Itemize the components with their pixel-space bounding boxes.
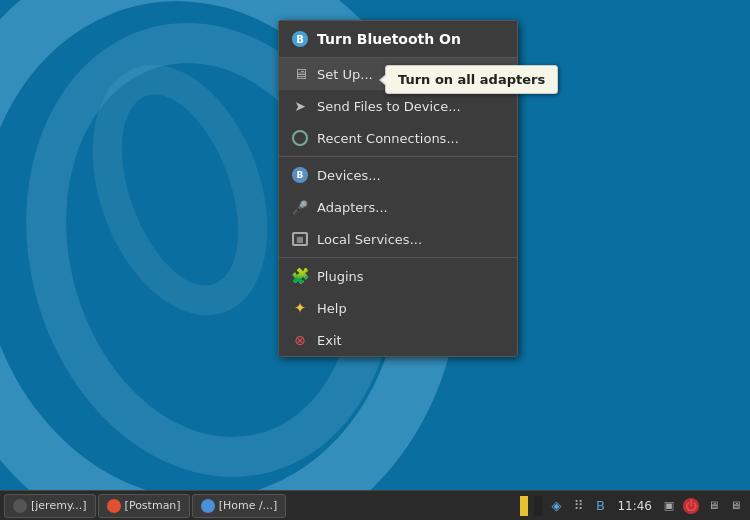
grid-tray-icon[interactable]: ⠿ bbox=[569, 497, 587, 515]
postman-icon bbox=[107, 499, 121, 513]
taskbar-apps: [jeremy...] [Postman] [Home /...] bbox=[0, 494, 519, 518]
taskbar-clock: 11:46 bbox=[613, 499, 656, 513]
send-files-icon: ➤ bbox=[291, 97, 309, 115]
menu-item-turn-bluetooth-on-label: Turn Bluetooth On bbox=[317, 31, 505, 47]
monitor2-tray-icon[interactable]: 🖥 bbox=[726, 497, 744, 515]
plugins-icon: 🧩 bbox=[291, 267, 309, 285]
taskbar-yellow-bar bbox=[520, 496, 528, 516]
exit-icon: ⊗ bbox=[291, 331, 309, 349]
menu-item-exit-label: Exit bbox=[317, 333, 505, 348]
taskbar-app-home-label: [Home /...] bbox=[219, 499, 278, 512]
desktop: B Turn Bluetooth On 🖥 Set Up... ➤ Send F… bbox=[0, 0, 750, 520]
taskbar-app-postman[interactable]: [Postman] bbox=[98, 494, 190, 518]
devices-icon: B bbox=[291, 166, 309, 184]
menu-item-help[interactable]: ✦ Help bbox=[279, 292, 517, 324]
monitor1-tray-icon[interactable]: 🖥 bbox=[704, 497, 722, 515]
menu-item-exit[interactable]: ⊗ Exit bbox=[279, 324, 517, 356]
recent-connections-icon bbox=[291, 129, 309, 147]
taskbar: [jeremy...] [Postman] [Home /...] ◈ ⠿ B … bbox=[0, 490, 750, 520]
setup-icon: 🖥 bbox=[291, 65, 309, 83]
menu-item-plugins[interactable]: 🧩 Plugins bbox=[279, 260, 517, 292]
menu-item-adapters[interactable]: 🎤 Adapters... bbox=[279, 191, 517, 223]
adapters-icon: 🎤 bbox=[291, 198, 309, 216]
taskbar-tray: ◈ ⠿ B 11:46 ▣ ⏻ 🖥 🖥 bbox=[519, 496, 750, 516]
help-icon: ✦ bbox=[291, 299, 309, 317]
menu-item-recent-connections-label: Recent Connections... bbox=[317, 131, 505, 146]
desktop-arc-decoration bbox=[60, 40, 299, 339]
power-tray-icon[interactable]: ⏻ bbox=[682, 497, 700, 515]
taskbar-app-home[interactable]: [Home /...] bbox=[192, 494, 287, 518]
tooltip-text: Turn on all adapters bbox=[398, 72, 545, 87]
menu-item-adapters-label: Adapters... bbox=[317, 200, 505, 215]
separator-1 bbox=[279, 156, 517, 157]
menu-item-local-services[interactable]: ▦ Local Services... bbox=[279, 223, 517, 255]
menu-item-plugins-label: Plugins bbox=[317, 269, 505, 284]
bluetooth-tray-icon[interactable]: B bbox=[591, 497, 609, 515]
menu-item-turn-bluetooth-on[interactable]: B Turn Bluetooth On bbox=[279, 21, 517, 58]
tooltip-turn-on-adapters: Turn on all adapters bbox=[385, 65, 558, 94]
taskbar-app-postman-label: [Postman] bbox=[125, 499, 181, 512]
dropbox-tray-icon[interactable]: ◈ bbox=[547, 497, 565, 515]
menu-item-send-files-label: Send Files to Device... bbox=[317, 99, 505, 114]
home-icon bbox=[201, 499, 215, 513]
menu-item-devices-label: Devices... bbox=[317, 168, 505, 183]
menu-item-send-files[interactable]: ➤ Send Files to Device... bbox=[279, 90, 517, 122]
taskbar-app-jeremy[interactable]: [jeremy...] bbox=[4, 494, 96, 518]
menu-item-local-services-label: Local Services... bbox=[317, 232, 505, 247]
jeremy-icon bbox=[13, 499, 27, 513]
local-services-icon: ▦ bbox=[291, 230, 309, 248]
menu-item-help-label: Help bbox=[317, 301, 505, 316]
network-tray-icon[interactable]: ▣ bbox=[660, 497, 678, 515]
separator-2 bbox=[279, 257, 517, 258]
taskbar-app-jeremy-label: [jeremy...] bbox=[31, 499, 87, 512]
bluetooth-icon: B bbox=[291, 30, 309, 48]
taskbar-black-bar bbox=[534, 496, 542, 516]
menu-item-recent-connections[interactable]: Recent Connections... bbox=[279, 122, 517, 154]
menu-item-devices[interactable]: B Devices... bbox=[279, 159, 517, 191]
